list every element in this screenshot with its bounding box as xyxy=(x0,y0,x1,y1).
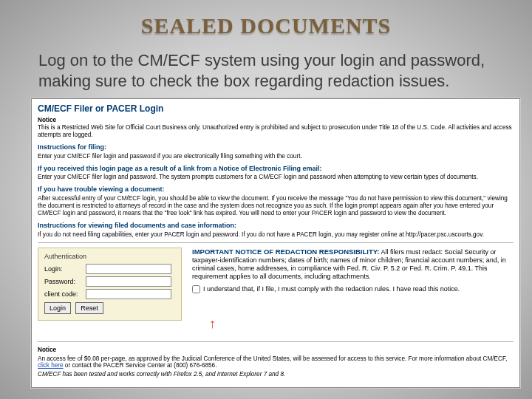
reset-button[interactable]: Reset xyxy=(75,302,103,314)
redaction-ack: I understand that, if I file, I must com… xyxy=(203,285,460,293)
sec1-title: If you received this login page as a res… xyxy=(38,165,322,172)
intro-text: Log on to the CM/ECF system using your l… xyxy=(38,50,489,91)
login-screenshot: CM/ECF Filer or PACER Login Notice This … xyxy=(31,98,520,388)
auth-legend: Authentication xyxy=(44,253,175,261)
client-code-input[interactable] xyxy=(86,289,171,299)
click-here-link[interactable]: click here xyxy=(38,362,64,369)
client-code-label: client code: xyxy=(44,290,83,299)
password-input[interactable] xyxy=(86,276,171,287)
footer-fee: An access fee of $0.08 per-page, as appr… xyxy=(38,355,514,370)
password-label: Password: xyxy=(44,278,83,286)
sec0-body: Enter your CM/ECF filer login and passwo… xyxy=(38,153,514,160)
page-title: SEALED DOCUMENTS xyxy=(30,13,502,38)
login-button[interactable]: Login xyxy=(44,302,71,314)
redaction-checkbox[interactable] xyxy=(192,285,200,293)
redaction-notice: IMPORTANT NOTICE OF REDACTION RESPONSIBI… xyxy=(192,248,514,321)
login-label: Login: xyxy=(44,265,83,273)
sec3-title: Instructions for viewing filed documents… xyxy=(38,222,236,229)
screenshot-heading: CM/ECF Filer or PACER Login xyxy=(38,103,514,114)
notice-body: This is a Restricted Web Site for Offici… xyxy=(38,124,512,138)
footer-compat: CM/ECF has been tested and works correct… xyxy=(38,371,514,378)
redaction-heading: IMPORTANT NOTICE OF REDACTION RESPONSIBI… xyxy=(192,248,380,256)
sec2-body: After successful entry of your CM/ECF lo… xyxy=(38,195,514,217)
auth-box: Authentication Login: Password: client c… xyxy=(38,248,182,321)
sec3-body: If you do not need filing capabilities, … xyxy=(38,231,514,239)
login-input[interactable] xyxy=(86,264,171,274)
sec1-body: Enter your CM/ECF filer login and passwo… xyxy=(38,174,514,181)
sec0-title: Instructions for filing: xyxy=(38,143,106,151)
footer-notice-label: Notice xyxy=(38,347,514,354)
arrow-icon: ↑ xyxy=(209,316,532,332)
notice-label: Notice xyxy=(38,117,56,123)
sec2-title: If you have trouble viewing a document: xyxy=(38,185,165,193)
